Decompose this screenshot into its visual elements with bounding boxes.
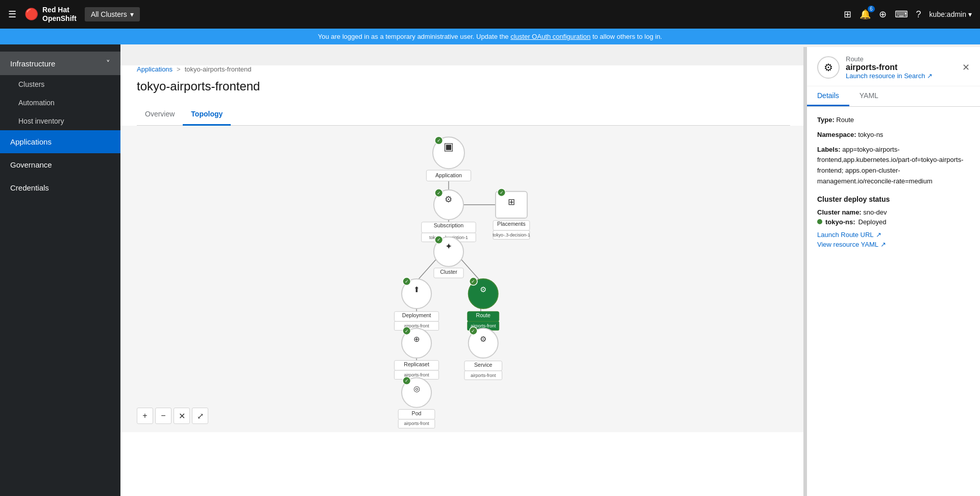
svg-text:◎: ◎: [413, 384, 420, 393]
status-dot-icon: [817, 219, 822, 224]
svg-text:airports-front: airports-front: [404, 372, 429, 377]
svg-text:⚙: ⚙: [480, 285, 486, 294]
oauth-config-link[interactable]: cluster OAuth configuration: [510, 33, 591, 40]
sidebar-item-automation[interactable]: Automation: [0, 93, 120, 112]
topology-controls: + − ✕ ⤢: [137, 408, 208, 424]
fit-view-button[interactable]: ⤢: [192, 408, 208, 424]
infrastructure-label: Infrastructure: [10, 59, 55, 68]
panel-tab-details[interactable]: Details: [807, 86, 849, 106]
zoom-out-button[interactable]: −: [155, 408, 172, 424]
sidebar-item-clusters[interactable]: Clusters: [0, 75, 120, 93]
svg-text:Placements: Placements: [497, 221, 526, 227]
launch-resource-search-link[interactable]: Launch resource in Search ↗: [846, 72, 933, 80]
svg-text:✦: ✦: [445, 241, 452, 251]
governance-label: Governance: [10, 160, 52, 169]
resource-icon: ⚙: [817, 56, 840, 79]
svg-text:⊞: ⊞: [508, 197, 515, 207]
svg-text:Cluster: Cluster: [440, 269, 457, 275]
close-panel-button[interactable]: ✕: [962, 62, 970, 73]
svg-line-3: [416, 259, 436, 281]
panel-tabs: Details YAML: [807, 86, 980, 107]
detail-type: Type: Route: [817, 115, 970, 126]
detail-namespace: Namespace: tokyo-ns: [817, 130, 970, 140]
brand-logo: 🔴 Red HatOpenShift: [24, 6, 77, 23]
topology-svg: ▣ ✓ Application ⚙ ✓ Subscription tokyo-.…: [120, 126, 806, 432]
sidebar: Home › Infrastructure ˅ Clusters Automat…: [0, 29, 120, 496]
page-area: Applications > tokyo-airports-frontend t…: [120, 65, 806, 496]
help-question-icon[interactable]: ?: [916, 9, 921, 20]
svg-text:✓: ✓: [405, 378, 409, 383]
svg-text:⊕: ⊕: [413, 335, 420, 343]
notification-badge: 6: [868, 6, 875, 12]
bell-notification-icon[interactable]: 🔔 6: [860, 9, 871, 20]
nav-icons: ⊞ 🔔 6 ⊕ ⌨ ? kube:admin ▾: [844, 9, 972, 20]
svg-text:✓: ✓: [500, 190, 504, 195]
tab-overview[interactable]: Overview: [137, 104, 183, 126]
breadcrumb: Applications > tokyo-airports-frontend: [137, 65, 790, 73]
breadcrumb-current: tokyo-airports-frontend: [185, 65, 252, 73]
external-link-icon: ↗: [880, 241, 886, 248]
svg-text:⚙: ⚙: [445, 194, 452, 204]
chevron-down-icon: ▾: [968, 10, 972, 18]
namespace-status-row: tokyo-ns: Deployed: [817, 218, 970, 226]
launch-route-url-link[interactable]: Launch Route URL ↗: [817, 231, 970, 239]
resource-name-label: airports-front: [846, 63, 933, 72]
right-panel: ⚙ Route airports-front Launch resource i…: [806, 47, 980, 496]
applications-label: Applications: [10, 137, 52, 146]
user-menu[interactable]: kube:admin ▾: [929, 10, 972, 18]
sidebar-item-applications[interactable]: Applications: [0, 130, 120, 153]
zoom-in-button[interactable]: +: [137, 408, 153, 424]
svg-text:✓: ✓: [471, 328, 475, 334]
topology-canvas: ▣ ✓ Application ⚙ ✓ Subscription tokyo-.…: [120, 126, 806, 432]
svg-text:⬆: ⬆: [413, 285, 420, 294]
svg-text:✓: ✓: [437, 138, 441, 143]
svg-text:airports-front: airports-front: [404, 421, 429, 426]
svg-text:Pod: Pod: [412, 410, 422, 416]
svg-text:Replicaset: Replicaset: [404, 361, 429, 367]
breadcrumb-applications-link[interactable]: Applications: [137, 65, 173, 73]
sidebar-item-governance[interactable]: Governance: [0, 153, 120, 176]
panel-header: ⚙ Route airports-front Launch resource i…: [807, 47, 980, 86]
svg-text:✓: ✓: [405, 279, 409, 284]
svg-text:✓: ✓: [437, 237, 441, 242]
svg-text:Subscription: Subscription: [434, 222, 464, 228]
sidebar-item-infrastructure[interactable]: Infrastructure ˅: [0, 52, 120, 75]
tab-topology[interactable]: Topology: [183, 104, 231, 126]
reset-button[interactable]: ✕: [174, 408, 190, 424]
resource-type-label: Route: [846, 55, 933, 63]
svg-text:✓: ✓: [437, 191, 441, 196]
sidebar-item-host-inventory[interactable]: Host inventory: [0, 112, 120, 130]
detail-labels: Labels: app=tokyo-airports-frontend,app.…: [817, 145, 970, 187]
svg-text:▣: ▣: [444, 140, 454, 153]
panel-tab-yaml[interactable]: YAML: [849, 86, 889, 106]
svg-text:⚙: ⚙: [480, 335, 486, 343]
view-resource-yaml-link[interactable]: View resource YAML ↗: [817, 241, 970, 248]
hamburger-menu-icon[interactable]: ☰: [8, 9, 16, 20]
cluster-selector-button[interactable]: All Clusters ▾: [85, 7, 140, 21]
breadcrumb-separator: >: [177, 65, 181, 73]
svg-text:airports-front: airports-front: [471, 373, 496, 378]
sidebar-item-credentials[interactable]: Credentials: [0, 176, 120, 199]
redhat-icon: 🔴: [24, 8, 38, 21]
tab-bar: Overview Topology: [137, 104, 790, 126]
svg-text:Service: Service: [474, 362, 493, 368]
brand-name: Red HatOpenShift: [42, 6, 77, 23]
plus-add-icon[interactable]: ⊕: [879, 9, 887, 20]
terminal-icon[interactable]: ⌨: [895, 9, 908, 20]
credentials-label: Credentials: [10, 183, 49, 192]
svg-text:Application: Application: [435, 172, 462, 178]
grid-apps-icon[interactable]: ⊞: [844, 9, 851, 20]
panel-body: Type: Route Namespace: tokyo-ns Labels: …: [807, 107, 980, 258]
notification-bar: You are logged in as a temporary adminis…: [0, 29, 980, 44]
svg-text:tokyo-.3-decision-1: tokyo-.3-decision-1: [493, 232, 530, 238]
cluster-status-title: Cluster deploy status: [817, 195, 970, 203]
cluster-name-row: Cluster name: sno-dev: [817, 208, 970, 216]
panel-title-block: Route airports-front Launch resource in …: [846, 55, 933, 80]
svg-text:Deployment: Deployment: [402, 312, 431, 318]
chevron-down-icon: ▾: [130, 10, 134, 18]
svg-text:✓: ✓: [471, 279, 475, 284]
chevron-down-icon: ˅: [106, 59, 110, 68]
panel-header-left: ⚙ Route airports-front Launch resource i…: [817, 55, 933, 80]
top-navigation: ☰ 🔴 Red HatOpenShift All Clusters ▾ ⊞ 🔔 …: [0, 0, 980, 29]
svg-text:✓: ✓: [405, 328, 409, 334]
